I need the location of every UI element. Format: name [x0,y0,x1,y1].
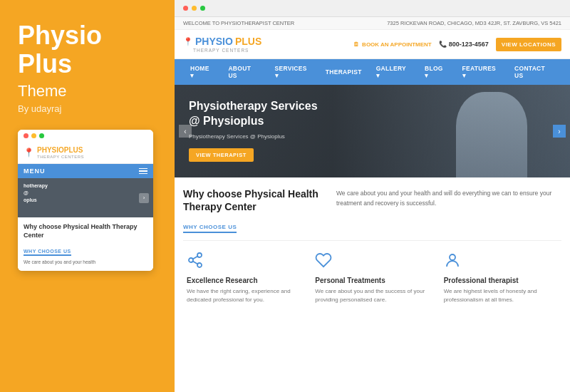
hero-cta-button[interactable]: VIEW THERAPIST [189,148,254,162]
feature-personal: Personal Treatments We care about you an… [311,248,432,308]
nav-services[interactable]: SERVICES ▾ [268,59,318,85]
nav-blog[interactable]: BLOG ▾ [418,59,455,85]
dot-green [39,133,44,138]
logo-tagline: THERAPY CENTERS [193,48,261,53]
feature-professional: Professional therapist We are highest le… [440,248,561,308]
mobile-logo: PHYSIOPLUS [37,146,84,154]
view-locations-button[interactable]: VIEW LOCATIONS [496,38,561,51]
website-area: WELCOME TO PHYSIOTHERAPIST CENTER 7325 R… [175,17,570,392]
hero-content: Physiotherapy Services @ Physioplus Phys… [189,99,331,162]
mobile-mockup: 📍 PHYSIOPLUS THERAPY CENTERS MENU hother… [18,130,153,270]
personal-title: Personal Treatments [315,277,429,284]
nav-home[interactable]: HOME ▾ [183,59,221,85]
mobile-logo-tagline: THERAPY CENTERS [37,155,84,159]
why-left: Why choose Physical Health Therapy Cente… [183,187,326,233]
info-bar: WELCOME TO PHYSIOTHERAPIST CENTER 7325 R… [175,17,570,30]
excellence-title: Excellence Research [187,277,301,284]
hamburger-icon[interactable] [139,168,147,175]
why-label: WHY CHOOSE US [183,224,237,233]
hero-prev-arrow[interactable]: ‹ [179,125,192,138]
browser-dot-green [200,6,205,11]
nav-about[interactable]: ABOUT US [221,59,267,85]
logo-pin-icon: 📍 [183,37,193,46]
heart-icon [315,252,429,272]
mobile-section-title: Why choose Physical Health Therapy Cente… [24,223,147,239]
phone-number: 📞 800-123-4567 [439,41,489,48]
svg-line-4 [193,257,198,259]
logo-plus: PLUS [235,36,261,47]
svg-point-5 [450,254,455,260]
hero-next-arrow[interactable]: › [553,125,566,138]
logo-name: 📍 PHYSIOPLUS [183,36,261,47]
dot-yellow [31,133,36,138]
hero-title: Physiotherapy Services @ Physioplus [189,99,331,129]
site-logo: 📍 PHYSIOPLUS THERAPY CENTERS [183,36,261,53]
hero-section: Physiotherapy Services @ Physioplus Phys… [175,85,570,177]
theme-author: By udayraj [18,103,157,114]
svg-point-2 [197,263,202,267]
mobile-menu-label: MENU [24,167,46,175]
right-panel: WELCOME TO PHYSIOTHERAPIST CENTER 7325 R… [175,0,570,392]
why-right: We care about you and your health and wi… [336,187,561,233]
professional-title: Professional therapist [444,277,558,284]
theme-title: Physio Plus [18,21,157,78]
browser-chrome [175,0,570,17]
site-header: 📍 PHYSIOPLUS THERAPY CENTERS 🗓 BOOK AN A… [175,30,570,59]
dot-red [24,133,28,138]
mobile-hero-text: hotherapy @ oplus [24,182,48,203]
info-bar-right: 7325 RICKEVAN ROAD, CHICAGO, MD3 42JR, S… [387,20,561,26]
hero-silhouette [456,92,527,177]
mobile-hero-arrow-right[interactable]: › [139,193,149,203]
why-desc: We care about you and your health and wi… [336,190,551,207]
features-row: Excellence Research We have the right ca… [175,241,570,315]
mobile-logo-bar: 📍 PHYSIOPLUS THERAPY CENTERS [18,142,153,164]
left-panel: Physio Plus Theme By udayraj 📍 PHYSIOPLU… [0,0,175,392]
book-appointment[interactable]: 🗓 BOOK AN APPOINTMENT [353,41,432,48]
mobile-desc: We care about you and your health [24,259,147,265]
nav-therapist[interactable]: THERAPIST [318,63,369,81]
logo-text: PHYSIO [195,36,233,47]
mobile-nav-bar: MENU [18,164,153,178]
why-section: Why choose Physical Health Therapy Cente… [175,177,570,240]
header-right: 🗓 BOOK AN APPOINTMENT 📞 800-123-4567 VIE… [353,38,561,51]
person-icon [444,252,558,272]
excellence-desc: We have the right caring, experience and… [187,287,301,304]
mobile-content: Why choose Physical Health Therapy Cente… [18,217,153,270]
browser-dot-red [183,6,188,11]
svg-line-3 [193,262,198,264]
browser-dot-yellow [192,6,197,11]
calendar-icon: 🗓 [353,41,359,48]
site-nav: HOME ▾ ABOUT US SERVICES ▾ THERAPIST GAL… [175,59,570,85]
nav-contact[interactable]: CONTACT US [507,59,561,85]
nav-features[interactable]: FEATURES ▾ [455,59,508,85]
personal-desc: We care about you and the success of you… [315,287,429,304]
hero-subtitle: Physiotherapy Services @ Physioplus [189,133,331,140]
phone-icon: 📞 [439,41,447,48]
nav-gallery[interactable]: GALLERY ▾ [369,59,418,85]
info-bar-left: WELCOME TO PHYSIOTHERAPIST CENTER [183,20,294,26]
theme-subtitle: Theme [18,82,157,100]
mobile-why-label: WHY CHOOSE US [24,249,71,256]
mobile-top-bar [18,130,153,142]
mobile-pin-icon: 📍 [24,148,34,158]
svg-point-1 [189,258,193,262]
share-icon [187,252,301,272]
why-title: Why choose Physical Health Therapy Cente… [183,187,326,213]
svg-point-0 [197,253,202,257]
professional-desc: We are highest levels of honesty and pro… [444,287,558,304]
mobile-hero: hotherapy @ oplus › [18,178,153,217]
feature-excellence: Excellence Research We have the right ca… [183,248,304,308]
